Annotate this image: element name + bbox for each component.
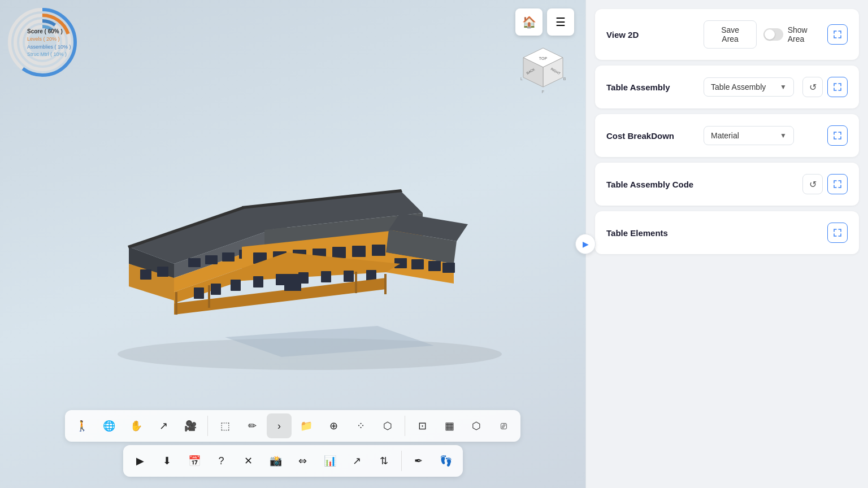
dots-tool-button[interactable]: ⁘	[348, 413, 373, 438]
pen-tool-button[interactable]: ✒	[406, 448, 431, 473]
footprint-tool-button[interactable]: 👣	[433, 448, 458, 473]
toggle-knob	[765, 29, 775, 40]
folder-tool-button[interactable]: 📁	[294, 413, 319, 438]
arrow-tool-button[interactable]: ↗	[151, 413, 176, 438]
show-area-toggle-wrap: Show Area	[763, 25, 821, 43]
table-assembly-code-refresh-button[interactable]: ↺	[802, 174, 823, 194]
svg-rect-64	[355, 272, 357, 293]
table-assembly-actions: ↺	[802, 77, 848, 97]
view2d-label: View 2D	[606, 30, 697, 40]
bottom-toolbar: 🚶 🌐 ✋ ↗ 🎥 ⬚ ✏ › 📁 ⊕ ⁘ ⬡ ⊡ ▦ ⬡ ⎚ ▶ ⬇ 📅 ? …	[65, 410, 520, 477]
floorplan-tool-button[interactable]: ⊡	[410, 413, 435, 438]
table-elements-label: Table Elements	[606, 228, 697, 238]
score-labels: Score ( 60% ) Levels ( 20% ) Assemblies …	[27, 27, 71, 59]
svg-rect-50	[194, 287, 204, 299]
cost-dropdown-arrow-icon: ▼	[780, 132, 787, 140]
svg-rect-26	[188, 258, 201, 267]
cube-tool-button[interactable]: ⬡	[375, 413, 400, 438]
cube-navigator[interactable]: TOP RIGHT BACK F L B	[518, 45, 568, 98]
play-tool-button[interactable]: ▶	[128, 448, 153, 473]
pencil-tool-button[interactable]: ✏	[240, 413, 264, 438]
svg-rect-48	[442, 263, 455, 273]
globe-tool-button[interactable]: 🌐	[97, 413, 121, 438]
cost-breakdown-row: Cost BreakDown Material ▼	[606, 125, 848, 146]
table-assembly-code-card: Table Assembly Code ↺	[595, 163, 859, 206]
table-elements-expand-button[interactable]	[827, 223, 848, 243]
toolbar-row-1: 🚶 🌐 ✋ ↗ 🎥 ⬚ ✏ › 📁 ⊕ ⁘ ⬡ ⊡ ▦ ⬡ ⎚	[65, 410, 520, 442]
score-main-label: Score ( 60% )	[27, 27, 71, 36]
chart-tool-button[interactable]: 📊	[318, 448, 342, 473]
svg-rect-65	[384, 274, 387, 294]
cost-breakdown-value: Material	[711, 131, 739, 140]
right-panel-wrapper: ▶ View 2D Save Area Show Area	[585, 0, 868, 488]
help-tool-button[interactable]: ?	[209, 448, 234, 473]
svg-rect-52	[231, 280, 241, 291]
svg-rect-62	[175, 292, 177, 315]
download-tool-button[interactable]: ⬇	[155, 448, 180, 473]
table-elements-actions	[827, 223, 848, 243]
view2d-actions	[827, 24, 848, 45]
person-tool-button[interactable]: 🚶	[70, 413, 94, 438]
table-assembly-code-label: Table Assembly Code	[606, 180, 697, 189]
table-assembly-card: Table Assembly Table Assembly ▼ ↺	[595, 66, 859, 108]
view2d-row: View 2D Save Area Show Area	[606, 20, 848, 49]
svg-rect-51	[211, 284, 221, 295]
view2d-expand-button[interactable]	[827, 24, 848, 45]
export-tool-button[interactable]: ↗	[345, 448, 370, 473]
table-assembly-row: Table Assembly Table Assembly ▼ ↺	[606, 77, 848, 97]
select-box-tool-button[interactable]: ⬚	[212, 413, 237, 438]
cost-breakdown-card: Cost BreakDown Material ▼	[595, 114, 859, 157]
svg-rect-28	[222, 252, 235, 262]
svg-text:F: F	[542, 90, 544, 94]
table-elements-row: Table Elements	[606, 223, 848, 243]
svg-rect-24	[140, 269, 151, 280]
svg-rect-45	[394, 258, 407, 268]
svg-text:TOP: TOP	[539, 56, 548, 60]
table-assembly-code-actions: ↺	[802, 174, 848, 194]
cost-breakdown-label: Cost BreakDown	[606, 131, 697, 141]
table-elements-card: Table Elements	[595, 211, 859, 254]
split-tool-button[interactable]: ⇔	[290, 448, 315, 473]
show-area-toggle[interactable]	[763, 28, 783, 41]
svg-text:L: L	[520, 77, 523, 81]
edit-tool-button[interactable]: ⎚	[491, 413, 516, 438]
table-assembly-code-row: Table Assembly Code ↺	[606, 174, 848, 194]
table2-tool-button[interactable]: ▦	[437, 413, 462, 438]
screenshot-tool-button[interactable]: 📸	[263, 448, 288, 473]
svg-rect-39	[332, 247, 346, 258]
hand-tool-button[interactable]: ✋	[124, 413, 149, 438]
table-assembly-refresh-button[interactable]: ↺	[802, 77, 823, 97]
svg-rect-40	[352, 246, 366, 257]
table-assembly-label: Table Assembly	[606, 82, 697, 92]
svg-rect-56	[321, 271, 331, 282]
layers-tool-button[interactable]: ⊕	[321, 413, 346, 438]
svg-rect-63	[208, 285, 210, 308]
3d-viewport[interactable]: Score ( 60% ) Levels ( 20% ) Assemblies …	[0, 0, 585, 488]
building-3d	[34, 102, 563, 403]
view2d-card: View 2D Save Area Show Area	[595, 9, 859, 60]
svg-rect-53	[253, 276, 263, 287]
cost-breakdown-actions	[827, 125, 848, 146]
close-tool-button[interactable]: ✕	[236, 448, 261, 473]
levels-label: Levels ( 20% )	[27, 36, 71, 43]
cost-breakdown-dropdown[interactable]: Material ▼	[704, 126, 794, 145]
svg-rect-41	[372, 245, 385, 256]
table-assembly-code-expand-button[interactable]	[827, 174, 848, 194]
camera-tool-button[interactable]: 🎥	[178, 413, 203, 438]
menu-button[interactable]: ☰	[547, 8, 574, 36]
save-area-button[interactable]: Save Area	[704, 20, 757, 49]
svg-rect-66	[284, 274, 301, 291]
dropdown-arrow-icon: ▼	[780, 83, 787, 91]
assemblies-label: Assemblies ( 10% )	[27, 43, 71, 51]
table-assembly-dropdown[interactable]: Table Assembly ▼	[704, 77, 794, 97]
sidebar-toggle-button[interactable]: ▶	[575, 234, 596, 254]
svg-rect-47	[428, 261, 441, 271]
score-widget: Score ( 60% ) Levels ( 20% ) Assemblies …	[6, 6, 79, 79]
hex2-tool-button[interactable]: ⬡	[464, 413, 489, 438]
chevron-tool-button[interactable]: ›	[267, 413, 292, 438]
table-assembly-expand-button[interactable]	[827, 77, 848, 97]
calendar-tool-button[interactable]: 📅	[182, 448, 207, 473]
diff-tool-button[interactable]: ⇅	[372, 448, 397, 473]
home-button[interactable]: 🏠	[515, 8, 542, 36]
cost-breakdown-expand-button[interactable]	[827, 125, 848, 146]
